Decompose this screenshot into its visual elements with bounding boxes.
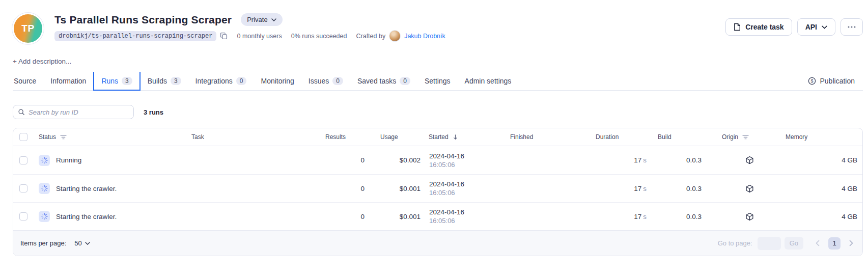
page-title: Ts Parallel Runs Scraping Scraper — [54, 14, 232, 26]
chevron-right-icon — [849, 240, 853, 246]
chevron-down-icon — [271, 18, 276, 21]
column-finished: Finished — [510, 133, 533, 141]
chevron-left-icon — [816, 240, 820, 246]
column-results: Results — [325, 133, 346, 141]
run-status: Running — [56, 156, 81, 164]
column-usage: Usage — [380, 133, 398, 141]
run-duration: 17 — [634, 156, 641, 164]
row-checkbox[interactable] — [19, 156, 27, 164]
column-started: Started — [429, 133, 449, 141]
run-started-date: 2024-04-16 — [429, 180, 502, 188]
sort-descending-icon[interactable] — [453, 134, 458, 140]
run-status: Starting the crawler. — [56, 213, 117, 220]
run-started-date: 2024-04-16 — [429, 152, 502, 160]
spinner-icon — [41, 157, 48, 164]
table-row[interactable]: Running 0 $0.002 2024-04-16 16:05:06 17s… — [13, 146, 862, 174]
cube-icon — [745, 212, 754, 221]
table-row[interactable]: Starting the crawler. 0 $0.001 2024-04-1… — [13, 174, 862, 202]
run-status: Starting the crawler. — [56, 185, 117, 192]
tab-admin-settings[interactable]: Admin settings — [458, 72, 519, 90]
actor-slug[interactable]: drobnikj/ts-parallel-runs-scraping-scrap… — [54, 31, 216, 41]
table-row[interactable]: Starting the crawler. 0 $0.001 2024-04-1… — [13, 202, 862, 230]
filter-icon[interactable] — [60, 134, 67, 140]
tab-settings[interactable]: Settings — [417, 72, 458, 90]
run-duration-unit: s — [643, 185, 647, 192]
cube-icon — [745, 156, 754, 164]
spinner-icon — [41, 185, 48, 192]
monthly-users: 0 monthly users — [237, 33, 282, 40]
chevron-down-icon — [822, 25, 827, 29]
run-build: 0.0.3 — [647, 185, 702, 192]
column-memory: Memory — [786, 133, 807, 141]
author-avatar[interactable] — [389, 31, 400, 41]
dollar-circle-icon: $ — [808, 77, 816, 85]
items-per-page-select[interactable]: 50 — [74, 239, 90, 247]
spinner-icon — [41, 213, 48, 220]
run-duration: 17 — [634, 213, 641, 220]
table-footer: Items per page: 50 Go to page: Go 1 — [13, 230, 862, 256]
previous-page-button[interactable] — [814, 238, 822, 249]
tab-monitoring[interactable]: Monitoring — [254, 72, 301, 90]
copy-button[interactable] — [220, 32, 228, 40]
tab-integrations-count: 0 — [236, 77, 247, 85]
document-icon — [734, 23, 741, 31]
run-memory: 4 GB — [768, 213, 862, 220]
tab-bar: Source Information Runs 3 Builds 3 Integ… — [13, 72, 863, 91]
items-per-page-label: Items per page: — [20, 239, 66, 247]
runs-toolbar: 3 runs — [13, 105, 863, 119]
run-build: 0.0.3 — [647, 156, 702, 164]
run-started-date: 2024-04-16 — [429, 208, 502, 216]
run-memory: 4 GB — [768, 185, 862, 192]
run-usage: $0.001 — [365, 185, 421, 192]
tab-builds[interactable]: Builds 3 — [141, 72, 188, 90]
actor-header: TP Ts Parallel Runs Scraping Scraper Pri… — [13, 13, 863, 43]
run-duration-unit: s — [643, 213, 647, 220]
run-duration: 17 — [634, 185, 641, 192]
chevron-down-icon — [85, 242, 90, 245]
ellipsis-icon — [848, 26, 856, 28]
go-button[interactable]: Go — [785, 237, 803, 250]
api-dropdown-button[interactable]: API — [797, 18, 835, 36]
run-usage: $0.002 — [365, 156, 421, 164]
run-memory: 4 GB — [768, 156, 862, 164]
current-page-button[interactable]: 1 — [828, 237, 841, 250]
row-checkbox[interactable] — [19, 184, 27, 192]
visibility-dropdown[interactable]: Private — [241, 13, 282, 26]
add-description-link[interactable]: + Add description... — [13, 58, 71, 65]
column-duration: Duration — [596, 133, 619, 141]
actor-page: TP Ts Parallel Runs Scraping Scraper Pri… — [13, 13, 863, 256]
column-task: Task — [191, 133, 204, 141]
tab-runs-count: 3 — [122, 77, 132, 85]
run-started-time: 16:05:06 — [429, 216, 502, 225]
crafted-by-label: Crafted by — [356, 33, 385, 40]
tab-source[interactable]: Source — [13, 72, 43, 90]
column-build: Build — [658, 133, 671, 141]
runs-table: Status Task Results Usage Started Finish… — [13, 128, 863, 256]
more-options-button[interactable] — [841, 18, 863, 36]
column-origin: Origin — [722, 133, 738, 141]
tab-issues[interactable]: Issues 0 — [301, 72, 350, 90]
go-to-page-input[interactable] — [758, 237, 781, 250]
select-all-checkbox[interactable] — [19, 133, 27, 141]
tab-runs[interactable]: Runs 3 — [93, 72, 140, 91]
actor-avatar: TP — [14, 14, 42, 43]
cube-icon — [745, 184, 754, 193]
tab-issues-count: 0 — [332, 77, 343, 85]
author-link[interactable]: Jakub Drobník — [404, 33, 445, 40]
run-usage: $0.001 — [365, 213, 421, 220]
next-page-button[interactable] — [847, 238, 855, 249]
run-results: 0 — [320, 156, 365, 164]
svg-text:$: $ — [810, 78, 813, 84]
runs-count-label: 3 runs — [144, 108, 163, 116]
tab-saved-tasks-count: 0 — [400, 77, 410, 85]
visibility-label: Private — [247, 16, 267, 23]
search-input[interactable] — [29, 108, 129, 116]
tab-integrations[interactable]: Integrations 0 — [188, 72, 254, 90]
run-results: 0 — [320, 185, 365, 192]
tab-information[interactable]: Information — [43, 72, 93, 90]
row-checkbox[interactable] — [19, 212, 27, 220]
filter-icon[interactable] — [742, 134, 749, 140]
create-task-button[interactable]: Create task — [725, 18, 792, 36]
tab-saved-tasks[interactable]: Saved tasks 0 — [350, 72, 417, 90]
publication-button[interactable]: $ Publication — [808, 72, 863, 90]
